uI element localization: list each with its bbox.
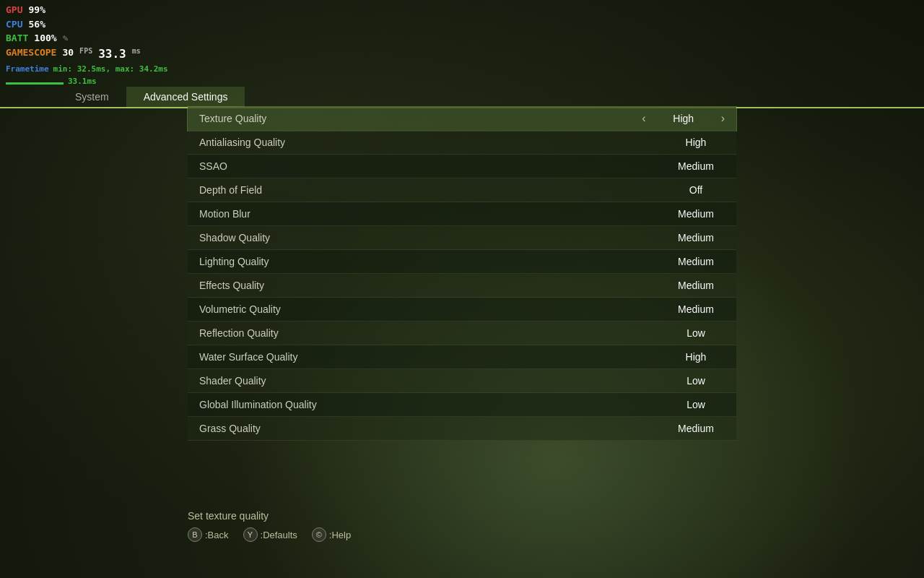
setting-row-water-surface-quality[interactable]: Water Surface QualityHigh <box>188 345 736 369</box>
setting-value: Medium <box>667 303 725 315</box>
setting-value: Low <box>667 327 725 339</box>
footer-hint: Set texture quality <box>188 510 351 522</box>
settings-list: Texture Quality‹High›Antialiasing Qualit… <box>188 107 736 441</box>
control-button-icon: © <box>312 527 326 542</box>
setting-row-texture-quality[interactable]: Texture Quality‹High› <box>188 107 736 131</box>
frametime-current: 33.1ms <box>68 76 97 88</box>
setting-value: Low <box>667 375 725 387</box>
footer-control-btn[interactable]: B:Back <box>188 527 229 542</box>
gamescope-label: GAMESCOPE <box>6 46 56 63</box>
ms-unit: ms <box>132 46 141 63</box>
setting-row-depth-of-field[interactable]: Depth of FieldOff <box>188 178 736 202</box>
arrow-right-icon[interactable]: › <box>721 112 725 125</box>
setting-row-lighting-quality[interactable]: Lighting QualityMedium <box>188 250 736 274</box>
setting-name: Volumetric Quality <box>199 303 667 315</box>
setting-row-global-illumination-quality[interactable]: Global Illumination QualityLow <box>188 393 736 417</box>
frametime-minmax: min: 32.5ms, max: 34.2ms <box>53 64 168 76</box>
setting-name: SSAO <box>199 160 667 172</box>
footer: Set texture quality B:BackY:Defaults©:He… <box>188 510 351 542</box>
setting-value: Medium <box>667 232 725 243</box>
gpu-label: GPU <box>6 3 22 17</box>
setting-value: High <box>655 113 712 124</box>
gamescope-ms-value: 33.3 <box>98 46 126 63</box>
setting-value: Low <box>667 399 725 410</box>
setting-name: Depth of Field <box>199 184 667 196</box>
setting-value: Medium <box>667 208 725 220</box>
setting-name: Effects Quality <box>199 280 667 291</box>
setting-value: Medium <box>667 280 725 291</box>
control-button-label: :Defaults <box>261 530 297 540</box>
setting-value: Medium <box>667 256 725 267</box>
gpu-value: 99% <box>28 3 45 17</box>
setting-row-shadow-quality[interactable]: Shadow QualityMedium <box>188 226 736 250</box>
arrow-left-icon[interactable]: ‹ <box>642 112 645 125</box>
setting-name: Grass Quality <box>199 423 667 434</box>
controller-icon: ✎ <box>63 31 69 46</box>
cpu-label: CPU <box>6 17 22 32</box>
hud-overlay: GPU 99% CPU 56% BATT 100% ✎ GAMESCOPE 30… <box>0 0 174 91</box>
setting-name: Motion Blur <box>199 208 667 220</box>
setting-name: Shadow Quality <box>199 232 667 243</box>
footer-controls: B:BackY:Defaults©:Help <box>188 527 351 542</box>
setting-name: Water Surface Quality <box>199 351 667 363</box>
setting-value: High <box>667 137 725 148</box>
batt-value: 100% <box>34 31 56 46</box>
setting-row-volumetric-quality[interactable]: Volumetric QualityMedium <box>188 298 736 322</box>
fps-unit: FPS <box>79 46 92 63</box>
gamescope-fps: 30 <box>62 46 74 63</box>
setting-row-ssao[interactable]: SSAOMedium <box>188 155 736 178</box>
control-button-label: :Help <box>329 530 351 540</box>
setting-name: Antialiasing Quality <box>199 137 667 148</box>
setting-row-grass-quality[interactable]: Grass QualityMedium <box>188 417 736 441</box>
setting-name: Texture Quality <box>199 113 642 124</box>
setting-value: High <box>667 351 725 363</box>
setting-value: Off <box>667 184 725 196</box>
settings-panel: Texture Quality‹High›Antialiasing Qualit… <box>188 107 736 441</box>
setting-row-shader-quality[interactable]: Shader QualityLow <box>188 369 736 393</box>
setting-row-antialiasing-quality[interactable]: Antialiasing QualityHigh <box>188 131 736 155</box>
footer-control-btn[interactable]: ©:Help <box>312 527 351 542</box>
setting-name: Lighting Quality <box>199 256 667 267</box>
setting-row-reflection-quality[interactable]: Reflection QualityLow <box>188 322 736 345</box>
setting-name: Reflection Quality <box>199 327 667 339</box>
batt-label: BATT <box>6 31 28 46</box>
frametime-label: Frametime <box>6 64 49 76</box>
setting-value: Medium <box>667 160 725 172</box>
setting-name: Shader Quality <box>199 375 667 387</box>
control-button-icon: B <box>188 527 202 542</box>
setting-name: Global Illumination Quality <box>199 399 667 410</box>
setting-row-effects-quality[interactable]: Effects QualityMedium <box>188 274 736 298</box>
frametime-bar <box>6 82 64 85</box>
cpu-value: 56% <box>28 17 45 32</box>
control-button-label: :Back <box>205 530 229 540</box>
setting-row-motion-blur[interactable]: Motion BlurMedium <box>188 202 736 226</box>
footer-control-btn[interactable]: Y:Defaults <box>243 527 297 542</box>
control-button-icon: Y <box>243 527 258 542</box>
setting-value: Medium <box>667 423 725 434</box>
